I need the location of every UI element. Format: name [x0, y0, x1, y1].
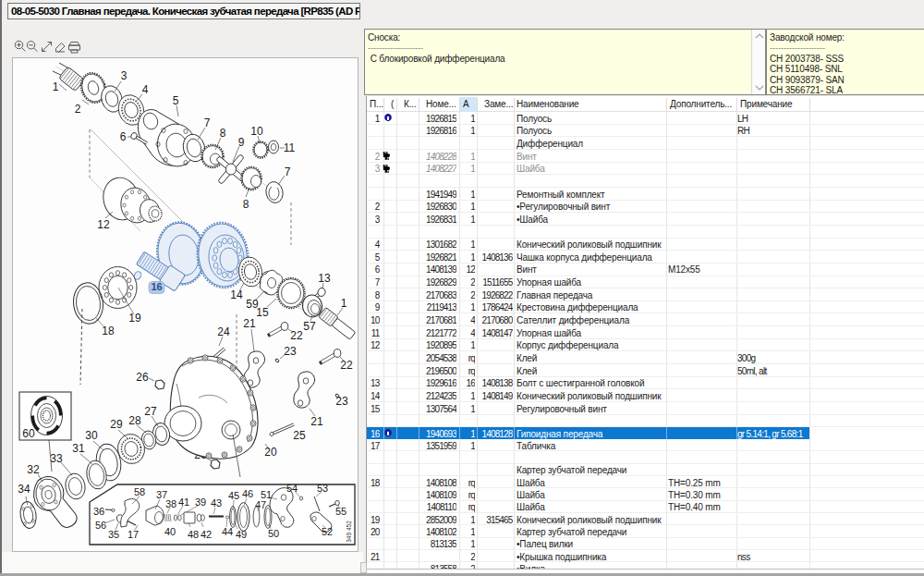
- svg-text:5: 5: [173, 94, 179, 107]
- svg-text:60: 60: [22, 427, 35, 440]
- svg-text:54: 54: [286, 483, 298, 494]
- svg-text:17: 17: [128, 529, 139, 540]
- svg-text:29: 29: [110, 418, 123, 431]
- svg-text:7: 7: [204, 116, 211, 129]
- svg-text:2: 2: [75, 103, 81, 116]
- svg-text:15: 15: [256, 306, 269, 319]
- svg-text:38: 38: [165, 498, 176, 509]
- svg-text:35: 35: [108, 529, 119, 540]
- svg-text:57: 57: [303, 320, 316, 333]
- svg-text:42: 42: [201, 529, 212, 540]
- svg-text:45: 45: [228, 490, 239, 501]
- svg-text:55: 55: [335, 506, 346, 517]
- svg-text:51: 51: [261, 489, 272, 500]
- svg-text:10: 10: [250, 125, 263, 138]
- svg-text:9: 9: [238, 136, 245, 149]
- svg-text:1: 1: [53, 80, 59, 93]
- svg-text:33: 33: [50, 452, 63, 465]
- svg-text:58: 58: [134, 486, 145, 497]
- svg-text:46: 46: [242, 488, 253, 499]
- svg-text:34: 34: [18, 483, 30, 496]
- svg-text:36: 36: [93, 506, 104, 517]
- svg-text:25: 25: [293, 429, 306, 442]
- svg-text:24: 24: [217, 325, 230, 338]
- svg-text:43: 43: [211, 497, 222, 509]
- svg-text:39: 39: [195, 496, 206, 508]
- svg-text:28: 28: [128, 414, 141, 427]
- svg-text:32: 32: [27, 463, 40, 476]
- svg-text:8: 8: [220, 127, 226, 140]
- svg-text:18: 18: [102, 325, 115, 337]
- svg-text:27: 27: [144, 405, 157, 418]
- svg-text:50: 50: [268, 528, 279, 539]
- svg-text:30: 30: [85, 429, 98, 442]
- svg-text:16: 16: [151, 281, 162, 292]
- svg-text:22: 22: [340, 359, 353, 372]
- svg-text:21: 21: [243, 317, 256, 330]
- svg-text:23: 23: [335, 395, 348, 408]
- svg-text:44: 44: [222, 526, 233, 537]
- svg-text:1: 1: [341, 297, 347, 310]
- svg-text:47: 47: [255, 499, 266, 510]
- svg-text:22: 22: [290, 329, 303, 342]
- svg-text:7: 7: [285, 165, 291, 178]
- svg-text:40: 40: [164, 526, 176, 537]
- svg-text:48: 48: [188, 529, 199, 540]
- svg-text:41: 41: [178, 496, 189, 508]
- svg-text:3: 3: [121, 69, 128, 82]
- svg-text:21: 21: [310, 415, 323, 428]
- svg-text:11: 11: [284, 141, 296, 154]
- svg-text:31: 31: [72, 442, 85, 455]
- svg-text:20: 20: [264, 446, 277, 459]
- svg-text:4: 4: [142, 83, 149, 96]
- svg-text:49: 49: [236, 529, 247, 540]
- svg-text:8: 8: [243, 198, 249, 211]
- svg-text:13: 13: [318, 272, 331, 285]
- svg-text:26: 26: [136, 371, 149, 384]
- svg-text:56: 56: [95, 520, 106, 531]
- svg-text:52: 52: [322, 526, 333, 537]
- svg-text:349 452: 349 452: [346, 521, 352, 543]
- svg-text:14: 14: [230, 288, 243, 301]
- svg-text:53: 53: [317, 483, 328, 494]
- svg-text:19: 19: [128, 312, 141, 325]
- svg-text:23: 23: [284, 345, 297, 358]
- svg-text:6: 6: [120, 130, 127, 143]
- svg-text:12: 12: [97, 218, 110, 231]
